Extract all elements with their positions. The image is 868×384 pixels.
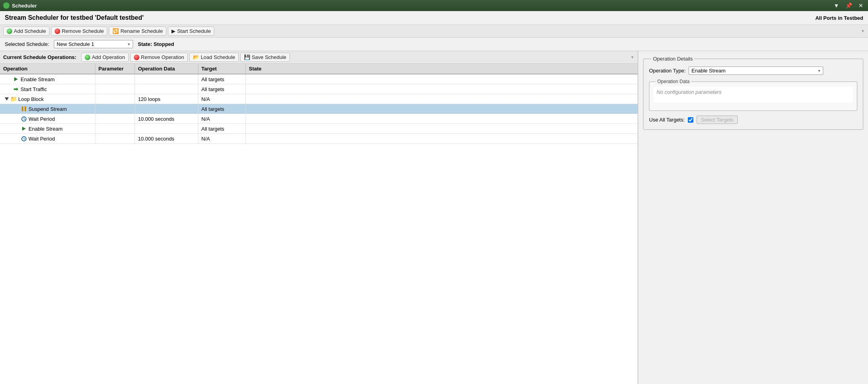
target-cell: All targets (198, 104, 246, 114)
clock-icon (21, 116, 27, 122)
use-all-targets-label: Use All Targets: (649, 117, 685, 123)
opdata-cell (135, 124, 198, 134)
add-operation-button[interactable]: Add Operation (81, 53, 129, 62)
folder-icon: 📁 (10, 96, 17, 102)
target-cell: All targets (198, 124, 246, 134)
selected-schedule-label: Selected Schedule: (5, 41, 49, 47)
save-icon: 💾 (244, 54, 250, 60)
clock-icon2 (21, 135, 27, 142)
opdata-cell: 120 loops (135, 94, 198, 104)
state-cell (246, 134, 638, 144)
pause-icon (21, 106, 27, 112)
col-target: Target (198, 64, 246, 74)
operations-table-container: Operation Parameter Operation Data Targe… (0, 64, 638, 384)
scrollbar-right-indicator: ▼ (861, 29, 865, 33)
title-bar: Scheduler ▼ 📌 ✕ (0, 0, 868, 11)
load-schedule-label: Load Schedule (201, 54, 235, 60)
main-container: Stream Scheduler for testbed 'Default te… (0, 11, 868, 384)
param-cell (95, 124, 135, 134)
target-cell: All targets (198, 84, 246, 94)
target-cell: N/A (198, 94, 246, 104)
table-row[interactable]: Enable Stream All targets (0, 124, 638, 134)
remove-op-label: Remove Operation (141, 54, 184, 60)
table-row[interactable]: ➡ Start Traffic All targets (0, 84, 638, 94)
state-cell (246, 94, 638, 104)
start-schedule-button[interactable]: ▶ Start Schedule (168, 27, 214, 36)
op-data-fieldset: Operation Data No configuration paramete… (649, 79, 857, 111)
remove-operation-button[interactable]: Remove Operation (130, 53, 188, 62)
operation-details-panel: Operation Details Operation Type: Enable… (638, 51, 868, 384)
save-schedule-button[interactable]: 💾 Save Schedule (240, 53, 290, 62)
op-type-select[interactable]: Enable Stream Disable Stream Start Traff… (689, 67, 823, 75)
op-cell: Wait Period (0, 134, 95, 144)
col-state: State (246, 64, 638, 74)
op-type-label: Operation Type: (649, 68, 685, 74)
target-cell: All targets (198, 74, 246, 84)
remove-schedule-button[interactable]: Remove Schedule (51, 27, 107, 36)
ops-section: Current Schedule Operations: Add Operati… (0, 51, 868, 384)
close-button[interactable]: ✕ (857, 2, 865, 9)
param-cell (95, 134, 135, 144)
opdata-cell: 10.000 seconds (135, 134, 198, 144)
state-cell (246, 124, 638, 134)
select-targets-button[interactable]: Select Targets (697, 116, 738, 124)
add-op-label: Add Operation (92, 54, 125, 60)
param-cell (95, 84, 135, 94)
op-type-select-wrapper: Enable Stream Disable Stream Start Traff… (689, 67, 823, 75)
details-legend: Operation Details (651, 56, 694, 62)
ops-toolbar: Current Schedule Operations: Add Operati… (0, 51, 638, 64)
add-schedule-button[interactable]: Add Schedule (3, 27, 49, 36)
start-icon: ▶ (171, 28, 175, 34)
col-parameter: Parameter (95, 64, 135, 74)
table-row[interactable]: Enable Stream All targets (0, 74, 638, 84)
remove-op-icon (134, 55, 139, 60)
use-all-targets-checkbox[interactable] (688, 117, 693, 123)
table-row[interactable]: 📁 Loop Block 120 loops N/A (0, 94, 638, 104)
target-cell: N/A (198, 114, 246, 124)
opdata-cell (135, 74, 198, 84)
state-cell (246, 74, 638, 84)
pin-button[interactable]: 📌 (844, 2, 854, 9)
rename-icon: 🔁 (112, 28, 119, 34)
window-title: Scheduler (12, 3, 37, 9)
load-icon: 📂 (193, 54, 199, 60)
save-schedule-label: Save Schedule (252, 54, 286, 60)
load-schedule-button[interactable]: 📂 Load Schedule (189, 53, 239, 62)
ops-left-panel: Current Schedule Operations: Add Operati… (0, 51, 638, 384)
col-operation: Operation (0, 64, 95, 74)
add-schedule-label: Add Schedule (14, 28, 46, 34)
table-row[interactable]: Wait Period 10.000 seconds N/A (0, 114, 638, 124)
target-cell: N/A (198, 134, 246, 144)
start-schedule-label: Start Schedule (177, 28, 211, 34)
opdata-cell: 10.000 seconds (135, 114, 198, 124)
play-icon2 (21, 125, 27, 132)
ports-label: All Ports in Testbed (815, 15, 863, 21)
op-cell: 📁 Loop Block (0, 94, 95, 104)
play-icon (13, 76, 19, 82)
top-toolbar: Add Schedule Remove Schedule 🔁 Rename Sc… (0, 25, 868, 38)
op-type-row: Operation Type: Enable Stream Disable St… (649, 67, 857, 75)
state-value: Stopped (154, 41, 174, 47)
minimize-button[interactable]: ▼ (832, 2, 841, 9)
add-schedule-icon (7, 29, 12, 34)
remove-schedule-label: Remove Schedule (62, 28, 104, 34)
op-cell: Enable Stream (0, 74, 95, 84)
ops-toolbar-label: Current Schedule Operations: (3, 54, 76, 60)
op-cell: Enable Stream (0, 124, 95, 134)
param-cell (95, 94, 135, 104)
opdata-cell (135, 84, 198, 94)
op-cell: ➡ Start Traffic (0, 84, 95, 94)
param-cell (95, 104, 135, 114)
state-cell (246, 104, 638, 114)
rename-schedule-button[interactable]: 🔁 Rename Schedule (109, 27, 166, 36)
ops-scroll-indicator: ▼ (630, 55, 634, 59)
table-header-row: Operation Parameter Operation Data Targe… (0, 64, 638, 74)
table-row[interactable]: Suspend Stream All targets (0, 104, 638, 114)
schedule-select[interactable]: New Schedule 1 (54, 40, 133, 48)
op-data-value: No configuration parameters (653, 87, 853, 103)
schedule-row: Selected Schedule: New Schedule 1 State:… (0, 38, 868, 51)
schedule-select-wrapper: New Schedule 1 (54, 40, 133, 48)
table-row[interactable]: Wait Period 10.000 seconds N/A (0, 134, 638, 144)
state-label: State: Stopped (138, 41, 174, 47)
page-title: Stream Scheduler for testbed 'Default te… (5, 14, 144, 21)
